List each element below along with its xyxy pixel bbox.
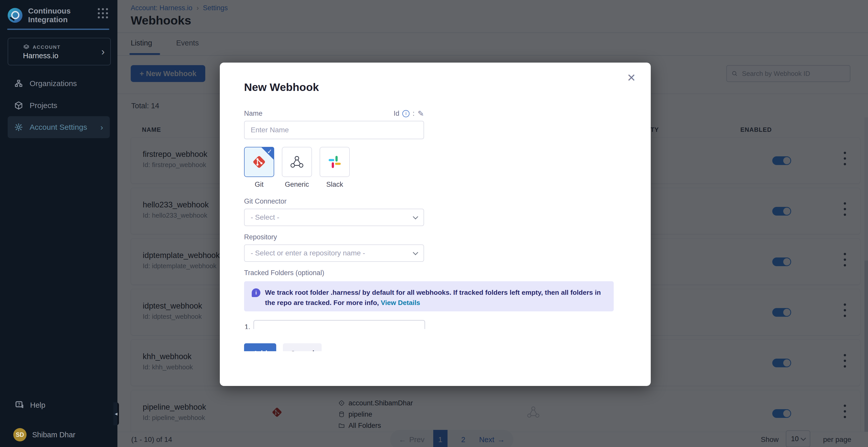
account-scope-label: ACCOUNT xyxy=(23,44,61,51)
account-scope-card[interactable]: ACCOUNT Harness.io › xyxy=(8,38,111,65)
account-name: Harness.io xyxy=(23,52,59,60)
webhook-generic-icon xyxy=(289,154,304,169)
sidebar-item-organizations[interactable]: Organizations xyxy=(8,72,110,94)
type-label-slack: Slack xyxy=(320,181,350,188)
user-menu[interactable]: SD Shibam Dhar xyxy=(13,428,75,441)
name-label: Name xyxy=(244,110,262,118)
chevron-right-icon: › xyxy=(101,47,105,56)
svg-text:?: ? xyxy=(18,402,20,407)
add-button[interactable]: Add xyxy=(244,343,276,351)
repository-select[interactable]: - Select or enter a repository name - xyxy=(244,244,424,262)
tracked-folders-list: 1. xyxy=(220,319,651,329)
tracked-folders-label: Tracked Folders (optional) xyxy=(244,269,324,277)
sidebar-item-projects[interactable]: Projects xyxy=(8,94,110,117)
ci-module-logo-icon xyxy=(8,8,23,23)
sidebar-item-label: Organizations xyxy=(30,79,77,88)
webhook-name-input[interactable] xyxy=(244,121,424,139)
info-icon: i xyxy=(252,288,260,297)
sidebar: Continuous Integration ACCOUNT Harness.i… xyxy=(0,0,118,447)
module-switcher-grid-icon[interactable] xyxy=(98,8,108,19)
folder-path-input[interactable] xyxy=(253,320,425,329)
chevron-down-icon xyxy=(413,214,418,219)
type-card-slack[interactable]: Slack xyxy=(320,147,350,177)
new-webhook-modal: ✕ New Webhook Name Id i : ✎ ✓ xyxy=(220,63,651,386)
sidebar-item-account-settings[interactable]: Account Settings › xyxy=(8,116,110,138)
cancel-button[interactable]: Cancel xyxy=(283,343,322,351)
edit-id-pencil-icon[interactable]: ✎ xyxy=(418,109,424,118)
type-label-generic: Generic xyxy=(282,181,312,188)
chevron-right-icon: › xyxy=(100,123,103,132)
user-name: Shibam Dhar xyxy=(32,431,75,439)
help-chat-icon: ? xyxy=(14,400,25,410)
type-card-generic[interactable]: Generic xyxy=(282,147,312,177)
gear-icon xyxy=(14,123,23,131)
slack-logo-icon xyxy=(327,154,342,169)
organizations-icon xyxy=(14,79,23,88)
chevron-down-icon xyxy=(413,249,418,255)
projects-cube-icon xyxy=(14,101,23,110)
tracked-folders-info-banner: i We track root folder .harness/ by defa… xyxy=(244,281,614,311)
help-label: Help xyxy=(30,401,45,410)
git-connector-select[interactable]: - Select - xyxy=(244,209,424,226)
modal-title: New Webhook xyxy=(244,81,319,93)
type-label-git: Git xyxy=(244,181,274,188)
view-details-link[interactable]: View Details xyxy=(381,299,420,306)
id-separator: : xyxy=(412,110,414,118)
sidebar-item-label: Projects xyxy=(30,101,57,110)
help-button[interactable]: ? Help xyxy=(14,400,45,410)
info-icon[interactable]: i xyxy=(402,110,409,117)
id-label: Id xyxy=(394,110,400,118)
module-accent-underline xyxy=(7,29,109,30)
module-title: Continuous Integration xyxy=(28,7,110,24)
sidebar-item-label: Account Settings xyxy=(30,123,87,131)
repository-label: Repository xyxy=(244,233,277,241)
info-text: We track root folder .harness/ by defaul… xyxy=(265,287,606,308)
layers-icon xyxy=(23,44,30,51)
check-icon: ✓ xyxy=(267,148,272,155)
git-connector-label: Git Connector xyxy=(244,198,287,205)
folder-row-index: 1. xyxy=(245,323,250,329)
type-card-git[interactable]: ✓ Git xyxy=(244,147,274,177)
avatar: SD xyxy=(13,428,27,441)
